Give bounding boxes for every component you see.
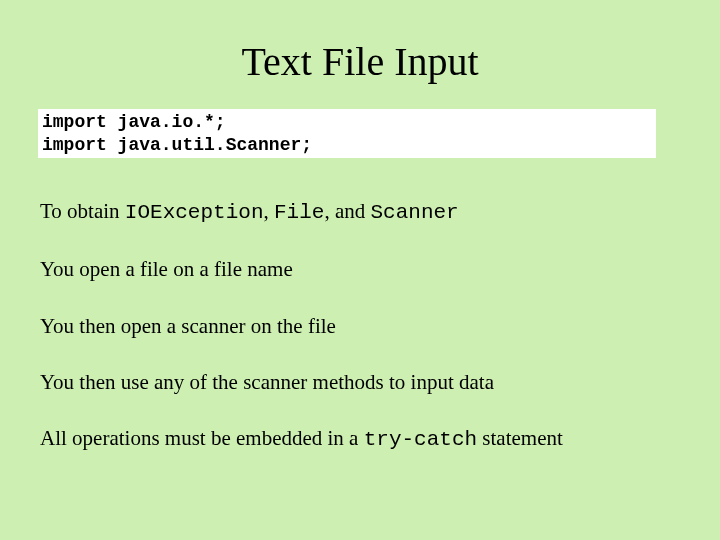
slide-body: To obtain IOException, File, and Scanner… [40,198,680,453]
paragraph-2: You open a file on a file name [40,256,680,282]
slide-title: Text File Input [40,38,680,85]
code-block: import java.io.*; import java.util.Scann… [38,109,656,158]
text: To obtain [40,199,125,223]
paragraph-5: All operations must be embedded in a try… [40,425,680,453]
text: , and [324,199,370,223]
class-ioexception: IOException [125,201,264,224]
text: , [263,199,274,223]
code-try-catch: try-catch [364,428,477,451]
text: statement [477,426,563,450]
text: All operations must be embedded in a [40,426,364,450]
code-line-1: import java.io.*; [42,111,652,134]
class-file: File [274,201,324,224]
paragraph-1: To obtain IOException, File, and Scanner [40,198,680,226]
paragraph-4: You then use any of the scanner methods … [40,369,680,395]
code-line-2: import java.util.Scanner; [42,134,652,157]
slide: Text File Input import java.io.*; import… [0,0,720,453]
paragraph-3: You then open a scanner on the file [40,313,680,339]
class-scanner: Scanner [370,201,458,224]
